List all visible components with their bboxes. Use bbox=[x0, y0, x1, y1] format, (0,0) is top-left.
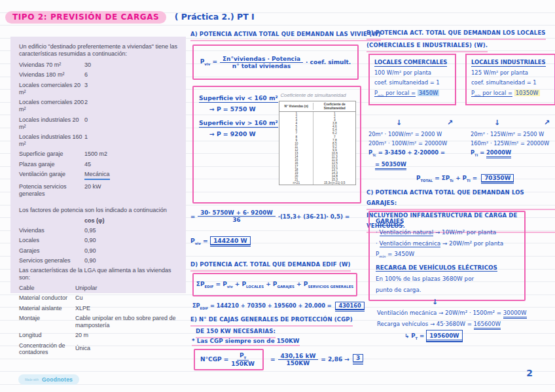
lga-row: CableUnipolar bbox=[19, 285, 179, 292]
cgp-calc: = 430,16 kW 150KW = 2,86 → 3 bbox=[270, 353, 363, 366]
badge-prefix: Made with bbox=[25, 378, 39, 382]
characteristic-row: Locales comerciales 20 m²3 bbox=[19, 82, 179, 96]
section-e-heading: E) N° DE CAJAS GENERALES DE PROTECCIÓN (… bbox=[190, 315, 353, 338]
factor-row: Servicios generales0,90 bbox=[19, 257, 179, 264]
lga-row: Material aislanteXLPE bbox=[19, 305, 179, 312]
characteristic-row: Plazas garaje45 bbox=[19, 161, 179, 168]
result-value: 70350W bbox=[481, 174, 514, 182]
lga-intro: Las características de la LGA que alimen… bbox=[19, 267, 179, 281]
result-value: 430160 bbox=[335, 302, 364, 310]
down-arrow-icon: ↓ bbox=[432, 298, 438, 306]
cgp-calc-row: N°CGP = PT 150KW = 430,16 kW 150KW = 2,8… bbox=[194, 349, 363, 370]
problem-statement-panel: Un edificio "destinado preferentemente a… bbox=[10, 37, 186, 293]
viviendas-result: Pviv = 144240 W bbox=[190, 236, 251, 245]
formula-fraction: Σn°viviendas · Potencia n° total viviend… bbox=[220, 56, 303, 69]
edificio-calc-line: ΣPEDIF = 144210 + 70350 + 195600 + 20.00… bbox=[192, 302, 365, 310]
viviendas-formula-box: Pviv = Σn°viviendas · Potencia n° total … bbox=[192, 45, 359, 80]
lga-row: MontajeCable unipolar en tubo sobre pare… bbox=[19, 315, 179, 329]
comerciales-calc: 20m² · 100W/m² = 2000 W 200m² · 100W/m² … bbox=[368, 130, 465, 169]
locales-comerciales-box: LOCALES COMERCIALES 100 W/m² por planta … bbox=[368, 54, 456, 105]
goodnotes-badge: Made with Goodnotes bbox=[18, 374, 79, 385]
locales-calcs: 20m² · 100W/m² = 2000 W 200m² · 100W/m² … bbox=[368, 130, 555, 169]
page-title: TIPO 2: PREVISIÓN DE CARGAS bbox=[5, 11, 166, 24]
curved-arrow-icon: ↗ bbox=[447, 118, 453, 127]
result-value: 30000W bbox=[503, 310, 527, 319]
result-value: 165600W bbox=[474, 321, 501, 330]
underlined-value: Mecánica bbox=[84, 171, 110, 180]
section-d-heading: D) POTENCIA ACT. TOTAL QUE DEMANDA EDIF … bbox=[190, 260, 351, 272]
characteristic-row: Potencia servicios generales20 kW bbox=[19, 183, 179, 198]
table-row: n>21 15,3+(n-21)·0,5 bbox=[279, 181, 355, 185]
characteristic-row: Ventilación garajeMecánica bbox=[19, 171, 179, 180]
garajes-calc: Ventilación mecánica → 20W/m² · 1500m² =… bbox=[377, 308, 527, 344]
box-title: LOCALES INDUSTRIALES bbox=[471, 59, 546, 67]
box-title: LOCALES COMERCIALES bbox=[374, 59, 447, 67]
result-value: = 50350W bbox=[375, 161, 406, 170]
table-body: 1 1 2 2 3 3 4 3,8 bbox=[279, 112, 355, 185]
lga-row: Material conductorCu bbox=[19, 294, 179, 302]
locales-industriales-box: LOCALES INDUSTRIALES 125 W/m² por planta… bbox=[465, 54, 555, 105]
result-value: 3 bbox=[353, 354, 363, 362]
problem-intro: Un edificio "destinado preferentemente a… bbox=[19, 43, 179, 58]
goodnotes-logo: Goodnotes bbox=[42, 376, 73, 383]
highlighted-value: 10350W bbox=[514, 90, 540, 96]
page-title-suffix: ( Práctica 2.) PT I bbox=[175, 12, 255, 22]
formula-lhs: Pviv = bbox=[200, 58, 217, 66]
locales-total: PTOTAL = ΣPTc + PTI = 70350W bbox=[416, 174, 514, 183]
cgp-note: * Las CGP siempre son de 150KW bbox=[192, 338, 300, 346]
highlighted-value: 3450W bbox=[418, 90, 440, 96]
section-b-heading: B) POTENCIA ACT. TOTAL QUE DEMANDAN LOS … bbox=[367, 27, 546, 52]
rule2-value: → P = 9200 W bbox=[209, 128, 279, 139]
page-header: TIPO 2: PREVISIÓN DE CARGAS ( Práctica 2… bbox=[5, 10, 255, 22]
calc-fraction: 30· 5750W + 6· 9200W 36 bbox=[198, 209, 275, 223]
edificio-formula-box: ΣPEDIF = Pviv + PLOCALES + PGARAJES + PS… bbox=[192, 273, 357, 296]
rule2-title: Superficie viv > 160 m² bbox=[199, 119, 278, 128]
formula-tail: · coef. simult. bbox=[306, 59, 351, 65]
rule1-value: → P = 5750 W bbox=[209, 103, 279, 115]
garajes-box: GARAJES · Ventilación natural → 10W/m² p… bbox=[368, 211, 526, 301]
page-number: 2 bbox=[526, 368, 533, 378]
cgp-calc-fraction: 430,16 kW 150KW bbox=[278, 353, 319, 366]
cos-phi-header: cos (φ) bbox=[84, 217, 179, 224]
power-rules-box: Superficie viv < 160 m² → P = 5750 W Sup… bbox=[192, 86, 361, 204]
factor-row: Garajes0,90 bbox=[19, 247, 179, 255]
notes-page: { "header": { "title": "TIPO 2: PREVISIÓ… bbox=[0, 0, 555, 392]
characteristic-row: Locales industriales 160 m²1 bbox=[19, 134, 179, 148]
result-value: 20000W bbox=[486, 149, 511, 158]
recarga-title: RECARGA DE VEHÍCULOS ELÉCTRICOS bbox=[376, 264, 497, 272]
table-header: N° Viviendas (n) Coeficiente de Simultan… bbox=[279, 101, 355, 112]
cgp-fraction: PT 150KW bbox=[231, 352, 255, 367]
result-value: 195600W bbox=[426, 330, 462, 342]
down-arrow-icon: ↓ bbox=[494, 118, 500, 127]
lga-row: Concentración de contadoresÚnica bbox=[19, 342, 179, 355]
curved-arrow-icon: ↗ bbox=[544, 118, 550, 127]
section-a-heading: A) POTENCIA ACTIVA TOTAL QUE DEMANDAN LA… bbox=[190, 29, 381, 41]
industriales-calc: 20m² · 125W/m² = 2500 W 160m² · 125W/m² … bbox=[471, 130, 555, 169]
table-title: Coeficiente de simultaneidad bbox=[280, 92, 357, 98]
result-value: 144240 W bbox=[210, 236, 251, 245]
cgp-formula-box: N°CGP = PT 150KW bbox=[194, 349, 264, 370]
factors-intro: Los factores de potencia son los indicad… bbox=[19, 207, 179, 214]
simultaneity-table: N° Viviendas (n) Coeficiente de Simultan… bbox=[279, 101, 356, 185]
rule1-title: Superficie viv < 160 m² bbox=[199, 94, 278, 103]
viviendas-calc-line: = 30· 5750W + 6· 9200W 36 ·(15,3+ (36-21… bbox=[190, 209, 349, 223]
characteristic-row: Locales comerciales 200 m²2 bbox=[19, 99, 179, 113]
characteristic-row: Viviendas 180 m²6 bbox=[19, 71, 179, 79]
factor-row: Viviendas0,95 bbox=[19, 227, 179, 234]
surface-rules: Superficie viv < 160 m² → P = 5750 W Sup… bbox=[199, 92, 279, 200]
down-arrow-icon: ↓ bbox=[396, 118, 402, 127]
simultaneity-table-block: Coeficiente de simultaneidad N° Vivienda… bbox=[279, 92, 357, 200]
factor-row: Locales0,90 bbox=[19, 237, 179, 244]
characteristic-row: Superficie garaje1500 m2 bbox=[19, 151, 179, 158]
locales-boxes-row: LOCALES COMERCIALES 100 W/m² por planta … bbox=[368, 54, 555, 105]
arrows-row: ↓ ↗ ↓ ↗ bbox=[368, 118, 555, 128]
box-title: GARAJES bbox=[376, 218, 404, 226]
characteristic-row: Locales industriales 20 m²0 bbox=[19, 116, 179, 131]
characteristic-row: Viviendas 70 m²30 bbox=[19, 62, 179, 69]
lga-row: Longitud20 m bbox=[19, 332, 179, 339]
